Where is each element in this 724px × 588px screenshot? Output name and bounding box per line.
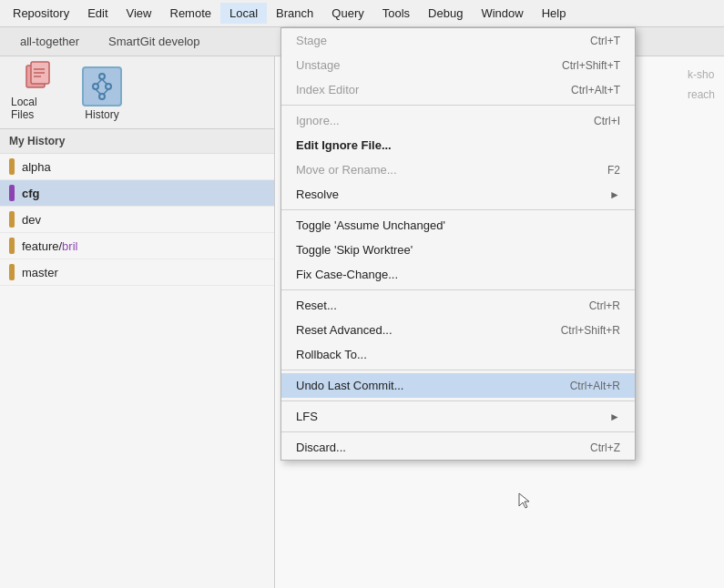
menu-reset-advanced-label: Reset Advanced... bbox=[296, 323, 393, 337]
menu-ignore-shortcut: Ctrl+I bbox=[594, 115, 620, 127]
menu-unstage[interactable]: Unstage Ctrl+Shift+T bbox=[281, 53, 635, 77]
menu-lfs[interactable]: LFS ► bbox=[281, 404, 635, 429]
menu-toggle-skip-worktree[interactable]: Toggle 'Skip Worktree' bbox=[281, 238, 635, 262]
menu-resolve-label: Resolve bbox=[296, 188, 339, 201]
separator-3 bbox=[281, 289, 635, 290]
menu-edit-ignore-file[interactable]: Edit Ignore File... bbox=[281, 133, 635, 157]
menu-resolve-arrow: ► bbox=[609, 188, 620, 201]
menu-stage-label: Stage bbox=[296, 34, 327, 47]
separator-1 bbox=[281, 105, 635, 106]
mouse-cursor bbox=[517, 492, 532, 510]
menu-stage[interactable]: Stage Ctrl+T bbox=[281, 28, 635, 53]
menu-unstage-label: Unstage bbox=[296, 58, 340, 72]
menu-reset-advanced[interactable]: Reset Advanced... Ctrl+Shift+R bbox=[281, 318, 635, 342]
menu-lfs-label: LFS bbox=[296, 410, 318, 423]
menu-index-editor-shortcut: Ctrl+Alt+T bbox=[571, 84, 620, 96]
menu-edit-ignore-file-label: Edit Ignore File... bbox=[296, 138, 392, 152]
menu-stage-shortcut: Ctrl+T bbox=[590, 35, 620, 47]
menu-rollback-to[interactable]: Rollback To... bbox=[281, 342, 635, 367]
menu-move-rename[interactable]: Move or Rename... F2 bbox=[281, 157, 635, 182]
menu-reset-label: Reset... bbox=[296, 299, 337, 312]
local-dropdown-menu: Stage Ctrl+T Unstage Ctrl+Shift+T Index … bbox=[280, 27, 636, 461]
menu-resolve[interactable]: Resolve ► bbox=[281, 182, 635, 207]
menu-ignore[interactable]: Ignore... Ctrl+I bbox=[281, 108, 635, 133]
separator-5 bbox=[281, 400, 635, 401]
menu-undo-last-commit-shortcut: Ctrl+Alt+R bbox=[570, 380, 620, 392]
menu-undo-last-commit[interactable]: Undo Last Commit... Ctrl+Alt+R bbox=[281, 373, 635, 398]
menu-ignore-label: Ignore... bbox=[296, 114, 340, 127]
menu-reset-advanced-shortcut: Ctrl+Shift+R bbox=[561, 324, 620, 337]
menu-index-editor[interactable]: Index Editor Ctrl+Alt+T bbox=[281, 77, 635, 102]
menu-move-rename-shortcut: F2 bbox=[607, 164, 620, 177]
separator-2 bbox=[281, 209, 635, 210]
menu-lfs-arrow: ► bbox=[609, 411, 620, 423]
menu-toggle-skip-worktree-label: Toggle 'Skip Worktree' bbox=[296, 243, 413, 257]
separator-6 bbox=[281, 431, 635, 432]
menu-discard-shortcut: Ctrl+Z bbox=[590, 441, 620, 454]
menu-toggle-assume-unchanged-label: Toggle 'Assume Unchanged' bbox=[296, 218, 445, 232]
menu-index-editor-label: Index Editor bbox=[296, 83, 359, 96]
menu-fix-case-change[interactable]: Fix Case-Change... bbox=[281, 262, 635, 287]
menu-fix-case-change-label: Fix Case-Change... bbox=[296, 268, 398, 281]
menu-reset[interactable]: Reset... Ctrl+R bbox=[281, 293, 635, 318]
menu-reset-shortcut: Ctrl+R bbox=[589, 299, 620, 312]
svg-marker-13 bbox=[519, 493, 529, 508]
menu-discard[interactable]: Discard... Ctrl+Z bbox=[281, 435, 635, 460]
menu-move-rename-label: Move or Rename... bbox=[296, 163, 397, 177]
menu-rollback-to-label: Rollback To... bbox=[296, 348, 367, 361]
menu-toggle-assume-unchanged[interactable]: Toggle 'Assume Unchanged' bbox=[281, 213, 635, 238]
menu-undo-last-commit-label: Undo Last Commit... bbox=[296, 379, 404, 392]
menu-unstage-shortcut: Ctrl+Shift+T bbox=[562, 59, 620, 72]
separator-4 bbox=[281, 370, 635, 370]
dropdown-overlay: Stage Ctrl+T Unstage Ctrl+Shift+T Index … bbox=[0, 0, 724, 588]
menu-discard-label: Discard... bbox=[296, 441, 346, 454]
